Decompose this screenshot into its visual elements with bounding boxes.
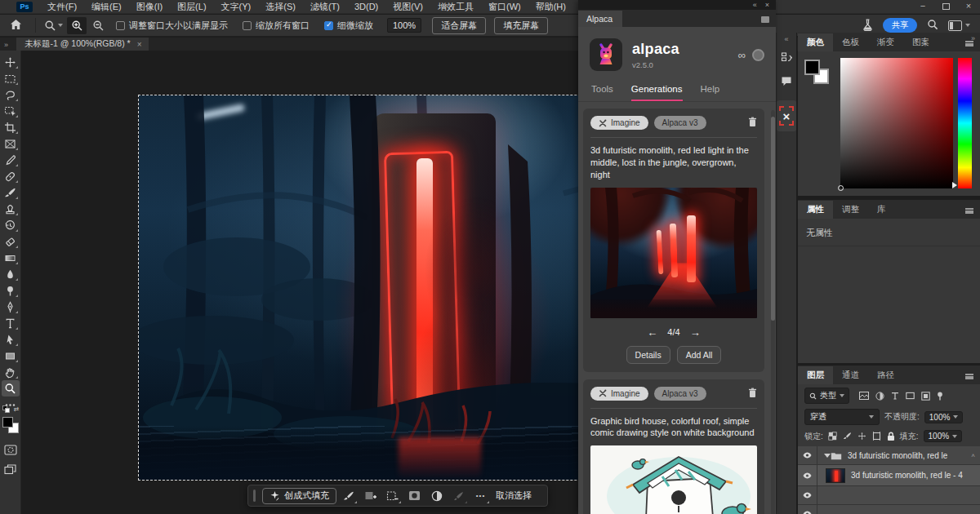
lock-all-icon[interactable] [887, 432, 895, 441]
zoom-tool[interactable] [2, 380, 20, 397]
lock-artboard-icon[interactable] [872, 432, 881, 441]
move-tool[interactable] [2, 54, 20, 70]
zoom-in-button[interactable] [67, 17, 87, 34]
scrollbar-thumb[interactable] [771, 117, 775, 321]
imagine-badge[interactable]: Imagine [590, 116, 648, 130]
minimize-button[interactable]: − [911, 0, 934, 13]
color-marker[interactable] [838, 185, 844, 191]
screen-mode-button[interactable] [2, 461, 20, 477]
subtract-selection-icon[interactable] [382, 488, 403, 504]
collapse-right-icon[interactable]: » [971, 34, 975, 42]
tab-paths[interactable]: 路径 [868, 366, 903, 384]
spot-healing-tool[interactable] [2, 168, 20, 184]
more-options-ellipsis[interactable]: ••• [470, 488, 491, 504]
share-button[interactable]: 共享 [883, 18, 917, 33]
generative-fill-button[interactable]: 创成式填充 [262, 488, 336, 504]
layer-group-row[interactable]: 3d futuristic monolith, red le ˄ [798, 446, 980, 465]
restore-selection-icon[interactable] [448, 488, 469, 504]
menu-type[interactable]: 文字(Y) [215, 0, 258, 14]
close-panel-icon[interactable]: × [765, 1, 769, 9]
collapse-toolbar-icon[interactable]: » [4, 41, 8, 49]
lasso-tool[interactable] [2, 86, 20, 103]
panel-menu-icon[interactable] [965, 374, 973, 379]
lock-pixels-icon[interactable] [843, 432, 852, 441]
blur-tool[interactable] [2, 266, 20, 282]
menu-3d[interactable]: 3D(D) [348, 0, 385, 14]
tab-generations[interactable]: Generations [631, 84, 683, 101]
filter-pixel-icon[interactable] [859, 392, 869, 400]
infinity-icon[interactable]: ∞ [738, 49, 746, 61]
close-button[interactable]: × [957, 0, 980, 13]
document-tab[interactable]: 未标题-1 @ 100%(RGB/8) * × [16, 38, 149, 51]
restore-button[interactable] [934, 0, 957, 13]
eyedropper-tool[interactable] [2, 152, 20, 168]
eraser-tool[interactable] [2, 233, 20, 250]
zoom-tool-preset[interactable] [41, 20, 66, 32]
tab-help[interactable]: Help [701, 84, 720, 101]
mask-icon[interactable] [404, 488, 425, 504]
panel-menu-icon[interactable] [761, 16, 769, 23]
filter-kind-dropdown[interactable]: 类型 [804, 388, 849, 404]
lock-transparency-icon[interactable] [828, 432, 837, 441]
alpaca-panel-titlebar[interactable]: « × [578, 0, 776, 10]
trash-icon[interactable] [748, 117, 757, 129]
visibility-eye-icon[interactable] [798, 446, 817, 464]
generation-thumbnail[interactable] [590, 188, 757, 318]
generation-thumbnail[interactable] [590, 445, 757, 514]
tab-layers[interactable]: 图层 [798, 366, 833, 384]
tab-libraries[interactable]: 库 [868, 201, 895, 219]
trash-icon[interactable] [748, 388, 757, 400]
panel-scrollbar[interactable] [771, 110, 775, 514]
alpaca-panel-tab[interactable]: Alpaca [578, 11, 622, 27]
menu-file[interactable]: 文件(F) [41, 0, 83, 14]
model-badge[interactable]: Alpaca v3 [654, 116, 706, 130]
tech-preview-flask-icon[interactable] [862, 19, 873, 33]
model-badge[interactable]: Alpaca v3 [654, 387, 706, 401]
foreground-color-swatch[interactable] [804, 60, 820, 75]
history-brush-tool[interactable] [2, 217, 20, 233]
menu-view[interactable]: 视图(V) [386, 0, 430, 14]
add-to-selection-icon[interactable] [360, 488, 381, 504]
menu-layer[interactable]: 图层(L) [171, 0, 212, 14]
visibility-eye-icon[interactable] [798, 486, 817, 504]
scrubby-zoom-checkbox[interactable]: 细微缩放 [324, 20, 373, 32]
menu-help[interactable]: 帮助(H) [529, 0, 572, 14]
visibility-eye-icon[interactable] [798, 505, 817, 514]
object-selection-tool[interactable] [2, 103, 20, 119]
workspace-switcher[interactable] [948, 20, 970, 31]
details-button[interactable]: Details [626, 346, 670, 364]
tab-properties[interactable]: 属性 [798, 201, 833, 219]
layer-row-selected[interactable]: 3d futuristic monolith, red le - 4 [798, 465, 980, 486]
lock-position-icon[interactable] [858, 432, 866, 441]
account-avatar[interactable] [752, 49, 764, 61]
visibility-eye-icon[interactable] [798, 465, 817, 485]
tab-patterns[interactable]: 图案 [903, 33, 938, 51]
plugin-x-icon[interactable]: × [777, 100, 796, 131]
layer-thumbnail[interactable] [826, 468, 845, 483]
filter-type-icon[interactable] [891, 392, 899, 400]
deselect-button[interactable]: 取消选择 [496, 490, 532, 502]
menu-filter[interactable]: 滤镜(T) [304, 0, 346, 14]
brush-tool[interactable] [2, 184, 20, 201]
expand-group-chevron[interactable] [824, 454, 831, 458]
dodge-tool[interactable] [2, 282, 20, 299]
crop-tool[interactable] [2, 119, 20, 135]
filter-pin-icon[interactable] [937, 392, 943, 401]
menu-image[interactable]: 图像(I) [130, 0, 169, 14]
hand-tool[interactable] [2, 364, 20, 380]
export-icon[interactable] [777, 48, 795, 66]
menu-window[interactable]: 窗口(W) [482, 0, 528, 14]
next-arrow[interactable]: → [690, 326, 701, 339]
collapse-panel-icon[interactable]: « [753, 1, 757, 9]
quick-mask-button[interactable] [2, 441, 20, 458]
saturation-brightness-field[interactable] [840, 58, 953, 188]
tab-color[interactable]: 颜色 [798, 33, 833, 51]
imagine-badge[interactable]: Imagine [590, 387, 648, 401]
opacity-field[interactable]: 100% [924, 411, 964, 423]
panel-menu-icon[interactable] [965, 208, 973, 214]
scroll-up-icon[interactable]: ˄ [971, 452, 975, 459]
resize-windows-checkbox[interactable]: 调整窗口大小以满屏显示 [116, 20, 228, 32]
type-tool[interactable] [2, 315, 20, 331]
layer-row[interactable] [798, 505, 980, 514]
comments-icon[interactable] [777, 72, 795, 90]
